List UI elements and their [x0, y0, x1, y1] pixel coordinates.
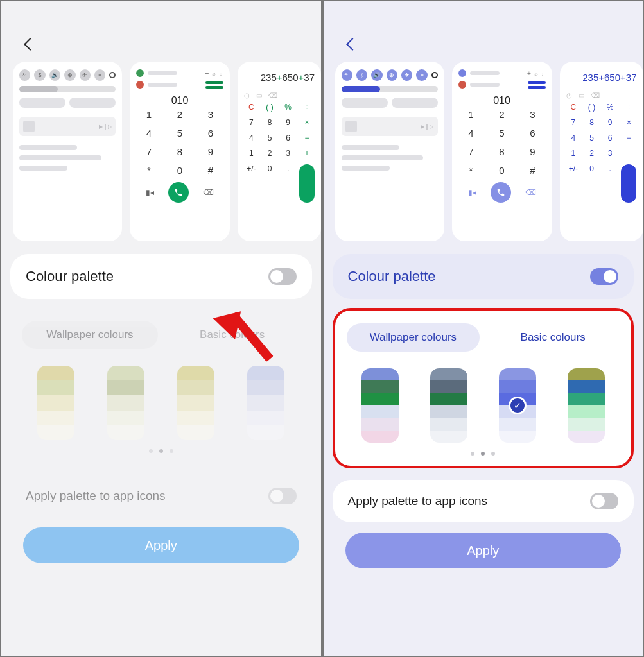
backspace-icon: ⌫: [203, 188, 214, 197]
check-icon: ✓: [509, 397, 527, 414]
apply-icons-label: Apply palette to app icons: [348, 494, 488, 508]
apply-icons-panel: Apply palette to app icons: [10, 475, 312, 517]
video-call-icon: ▮◂: [468, 188, 476, 197]
tab-basic-colours[interactable]: Basic colours: [486, 323, 620, 352]
preview-quicksettings: ᯤ$🔊⊕✈⌖ ▶ ‖ ▷: [13, 62, 122, 241]
palette-swatch[interactable]: [37, 366, 74, 440]
gear-icon: [431, 72, 438, 78]
apply-button[interactable]: Apply: [345, 533, 622, 568]
apply-icons-label: Apply palette to app icons: [26, 489, 166, 503]
theme-preview-row: ᯤ$🔊⊕✈⌖ ▶ ‖ ▷ + ⌕ ⋮ 010 123 456 789 *0# ▮…: [1, 62, 321, 241]
apply-icons-panel: Apply palette to app icons: [333, 480, 634, 522]
tab-basic-colours[interactable]: Basic colours: [164, 321, 300, 349]
apply-icons-toggle[interactable]: [268, 488, 297, 504]
colour-palette-panel: Colour palette: [333, 254, 634, 299]
palette-swatch[interactable]: [361, 368, 399, 443]
colour-source-tabs: Wallpaper colours Basic colours: [347, 323, 620, 352]
colour-selection-section: Wallpaper colours Basic colours ✓: [333, 308, 634, 468]
back-icon[interactable]: [346, 38, 359, 51]
calc-expression: 235+650+37: [566, 72, 637, 83]
keypad: 123 456 789 *0#: [458, 109, 546, 176]
palette-swatch-row: [26, 366, 297, 440]
palette-swatch[interactable]: [568, 368, 605, 443]
screen-on-state: ᯤᛒ🔊⊕✈⌖ ▶ ‖ ▷ + ⌕ ⋮ 010 123 456 789 *0# ▮…: [322, 0, 645, 657]
palette-swatch[interactable]: [177, 366, 214, 440]
palette-swatch[interactable]: ✓: [499, 368, 536, 443]
apply-icons-toggle[interactable]: [590, 493, 618, 509]
preview-calculator: 235+650+37 ◷▭⌫ C( )%÷ 789× 456− 123+ +/-…: [238, 62, 321, 241]
palette-swatch[interactable]: [247, 366, 284, 440]
colour-palette-title: Colour palette: [348, 268, 436, 285]
palette-swatch[interactable]: [107, 366, 144, 440]
dialler-display: 010: [458, 95, 546, 107]
screen-off-state: ᯤ$🔊⊕✈⌖ ▶ ‖ ▷ + ⌕ ⋮ 010 123 456 789 *0# ▮…: [0, 0, 322, 657]
colour-palette-panel: Colour palette: [10, 254, 312, 299]
pager-dots: [347, 452, 620, 456]
theme-preview-row: ᯤᛒ🔊⊕✈⌖ ▶ ‖ ▷ + ⌕ ⋮ 010 123 456 789 *0# ▮…: [324, 62, 643, 241]
dialler-display: 010: [136, 95, 223, 107]
colour-palette-toggle[interactable]: [590, 268, 618, 285]
palette-swatch-row: ✓: [351, 368, 616, 443]
calc-expression: 235+650+37: [244, 72, 315, 83]
colour-palette-toggle[interactable]: [268, 268, 297, 285]
pager-dots: [22, 449, 300, 453]
palette-swatch[interactable]: [430, 368, 467, 443]
preview-calculator: 235+650+37 ◷▭⌫ C( )%÷ 789× 456− 123+ +/-…: [560, 62, 643, 241]
preview-dialler: + ⌕ ⋮ 010 123 456 789 *0# ▮◂ ⌫: [130, 62, 230, 241]
tab-wallpaper-colours[interactable]: Wallpaper colours: [22, 321, 158, 349]
video-call-icon: ▮◂: [146, 188, 154, 197]
backspace-icon: ⌫: [525, 188, 536, 197]
back-icon[interactable]: [24, 38, 37, 51]
call-button: [168, 182, 189, 203]
preview-quicksettings: ᯤᛒ🔊⊕✈⌖ ▶ ‖ ▷: [335, 62, 444, 241]
gear-icon: [109, 72, 116, 78]
preview-dialler: + ⌕ ⋮ 010 123 456 789 *0# ▮◂ ⌫: [452, 62, 552, 241]
colour-selection-section: Wallpaper colours Basic colours: [10, 308, 312, 463]
apply-button[interactable]: Apply: [23, 527, 299, 563]
call-button: [491, 182, 511, 203]
tab-wallpaper-colours[interactable]: Wallpaper colours: [347, 323, 480, 352]
colour-source-tabs: Wallpaper colours Basic colours: [22, 321, 300, 349]
colour-palette-title: Colour palette: [26, 268, 114, 285]
keypad: 123 456 789 *0#: [136, 109, 223, 176]
